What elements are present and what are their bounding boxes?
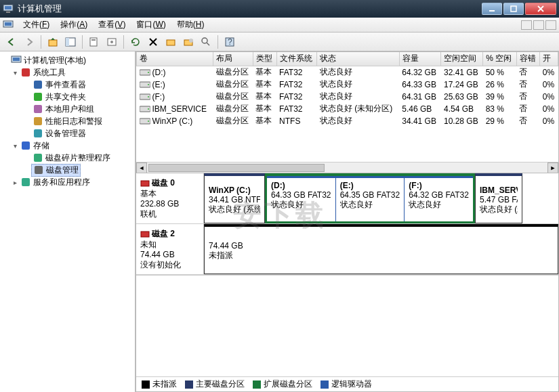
column-header[interactable]: 状态 <box>317 52 399 66</box>
logical-drive[interactable]: (E:)64.35 GB FAT32状态良好 <box>335 176 405 221</box>
svg-rect-28 <box>22 141 30 150</box>
tree-item[interactable]: 本地用户和组 <box>1 103 133 115</box>
svg-rect-21 <box>13 58 20 61</box>
legend-item: 扩展磁盘分区 <box>253 378 312 390</box>
export-button[interactable] <box>104 35 119 49</box>
logical-drive[interactable]: (F:)64.32 GB FAT32状态良好 <box>404 176 473 221</box>
menu-v[interactable]: 查看(V) <box>93 19 131 30</box>
column-header[interactable]: 文件系统 <box>276 52 317 66</box>
volume-row[interactable]: (E:)磁盘分区基本FAT32状态良好64.33 GB17.24 GB26 %否… <box>137 79 558 91</box>
svg-rect-2 <box>6 12 10 13</box>
up-button[interactable] <box>45 35 60 49</box>
delete-button[interactable] <box>146 35 161 49</box>
column-header[interactable]: 空闲空间 <box>441 52 483 66</box>
menu-f[interactable]: 文件(F) <box>18 19 55 30</box>
svg-rect-7 <box>49 40 57 46</box>
volume-row[interactable]: (F:)磁盘分区基本FAT32状态良好64.31 GB25.63 GB39 %否… <box>137 91 558 103</box>
svg-rect-42 <box>141 181 149 186</box>
settings-button[interactable] <box>181 35 196 49</box>
tree-root[interactable]: 计算机管理(本地) <box>1 54 133 66</box>
svg-rect-43 <box>141 232 149 237</box>
legend: 未指派主要磁盘分区扩展磁盘分区逻辑驱动器 <box>136 376 558 391</box>
tree-item[interactable]: 磁盘碎片整理程序 <box>1 152 133 164</box>
close-button[interactable] <box>525 3 556 15</box>
column-header[interactable]: 开 <box>540 52 558 66</box>
legend-item: 未指派 <box>142 378 177 390</box>
scroll-thumb[interactable] <box>148 164 325 172</box>
volume-row[interactable]: WinXP (C:)磁盘分区基本NTFS状态良好34.41 GB10.28 GB… <box>137 115 558 127</box>
tree-item[interactable]: 设备管理器 <box>1 127 133 139</box>
mdi-close[interactable] <box>545 20 556 30</box>
tree-item[interactable]: 共享文件夹 <box>1 91 133 103</box>
partition[interactable]: 74.44 GB未指派 <box>204 224 558 274</box>
svg-rect-3 <box>489 10 495 12</box>
tree-root-label: 计算机管理(本地) <box>24 55 86 66</box>
disk-header[interactable]: 磁盘 0基本232.88 GB联机 <box>136 173 204 223</box>
svg-point-39 <box>148 108 149 110</box>
back-button[interactable] <box>4 35 19 49</box>
volume-row[interactable]: (D:)磁盘分区基本FAT32状态良好64.32 GB32.41 GB50 %否… <box>137 66 558 79</box>
svg-rect-27 <box>34 129 42 137</box>
disk-row: 磁盘 2未知74.44 GB没有初始化74.44 GB未指派 <box>136 224 558 275</box>
toolbar: ? <box>0 32 559 51</box>
extended-partition[interactable]: (D:)64.33 GB FAT32状态良好(E:)64.35 GB FAT32… <box>265 173 475 223</box>
disk-icon <box>140 179 150 188</box>
column-header[interactable]: 类型 <box>253 52 276 66</box>
find-button[interactable] <box>199 35 213 49</box>
menu-w[interactable]: 窗口(W) <box>131 19 171 30</box>
svg-rect-10 <box>90 38 97 46</box>
minimize-button[interactable] <box>482 3 502 15</box>
titlebar: 计算机管理 <box>0 0 559 18</box>
svg-point-13 <box>110 41 113 43</box>
forward-button[interactable] <box>22 35 37 49</box>
tree-group[interactable]: ▾系统工具 <box>1 66 133 79</box>
help-button[interactable]: ? <box>222 35 237 49</box>
scroll-left-button[interactable]: ◄ <box>136 162 147 173</box>
app-icon <box>3 20 14 30</box>
navigation-tree[interactable]: 计算机管理(本地) ▾系统工具事件查看器共享文件夹本地用户和组性能日志和警报设备… <box>0 51 136 392</box>
disk-header[interactable]: 磁盘 2未知74.44 GB没有初始化 <box>136 224 204 274</box>
logical-drive[interactable]: (D:)64.33 GB FAT32状态良好 <box>267 176 335 221</box>
svg-rect-1 <box>5 6 12 9</box>
column-header[interactable]: 容错 <box>516 52 540 66</box>
volume-row[interactable]: IBM_SERVICE磁盘分区基本FAT32状态良好 (未知分区)5.46 GB… <box>137 103 558 115</box>
tree-group[interactable]: ▸服务和应用程序 <box>1 176 133 188</box>
action-button[interactable] <box>163 35 178 49</box>
mdi-restore[interactable] <box>533 20 544 30</box>
mdi-minimize[interactable] <box>521 20 532 30</box>
partition[interactable]: WinXP (C:)34.41 GB NTFS状态良好 (系统 <box>204 173 265 223</box>
maximize-button[interactable] <box>503 3 524 15</box>
svg-rect-23 <box>34 81 42 89</box>
menu-h[interactable]: 帮助(H) <box>171 19 210 30</box>
svg-rect-26 <box>34 117 42 125</box>
show-hide-tree-button[interactable] <box>63 35 78 49</box>
svg-rect-6 <box>5 22 12 26</box>
volume-list: 卷布局类型文件系统状态容量空闲空间% 空闲容错开 (D:)磁盘分区基本FAT32… <box>136 51 559 173</box>
disk-graphical-view: 磁盘 0基本232.88 GB联机WinXP (C:)34.41 GB NTFS… <box>136 173 559 392</box>
tree-item[interactable]: 性能日志和警报 <box>1 115 133 127</box>
svg-point-33 <box>148 72 149 73</box>
svg-rect-24 <box>34 93 42 101</box>
horizontal-scrollbar[interactable]: ◄ ► <box>136 162 558 173</box>
computer-icon <box>3 3 14 14</box>
scroll-right-button[interactable]: ► <box>547 162 558 173</box>
svg-point-37 <box>148 96 149 97</box>
window-title: 计算机管理 <box>18 3 482 15</box>
legend-item: 主要磁盘分区 <box>185 378 245 390</box>
column-header[interactable]: 卷 <box>137 52 213 66</box>
svg-rect-30 <box>35 166 43 174</box>
menu-a[interactable]: 操作(A) <box>55 19 93 30</box>
tree-item[interactable]: 磁盘管理 <box>1 164 133 176</box>
partition[interactable]: IBM_SERVI(5.47 GB FAT3状态良好 (未 <box>475 173 522 223</box>
svg-point-35 <box>148 84 149 85</box>
refresh-button[interactable] <box>128 35 143 49</box>
column-header[interactable]: % 空闲 <box>483 52 516 66</box>
column-header[interactable]: 布局 <box>213 52 253 66</box>
svg-rect-9 <box>66 38 69 46</box>
properties-button[interactable] <box>87 35 102 49</box>
column-header[interactable]: 容量 <box>399 52 441 66</box>
tree-group[interactable]: ▾存储 <box>1 139 133 152</box>
svg-point-17 <box>202 38 207 43</box>
disk-icon <box>140 230 150 239</box>
tree-item[interactable]: 事件查看器 <box>1 79 133 91</box>
